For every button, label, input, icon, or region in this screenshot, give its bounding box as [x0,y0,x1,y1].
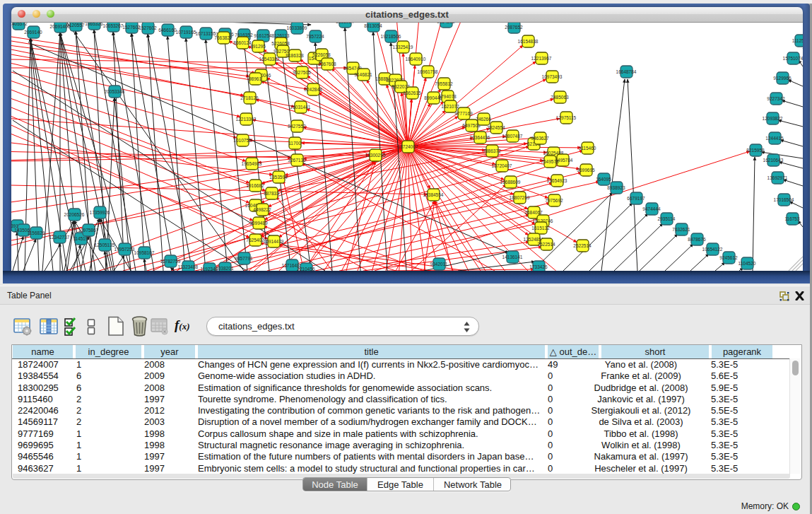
svg-text:2367608: 2367608 [318,62,336,66]
svg-text:1405572: 1405572 [11,23,28,26]
svg-text:8478676: 8478676 [688,237,706,242]
svg-text:6466160: 6466160 [158,28,177,33]
svg-text:9699695: 9699695 [577,168,595,173]
svg-text:1362615: 1362615 [403,90,421,95]
svg-text:17957253: 17957253 [114,247,135,252]
svg-text:16713155: 16713155 [196,31,216,36]
svg-text:20053346: 20053346 [105,89,125,94]
svg-text:18640910: 18640910 [406,57,426,62]
svg-text:9115460: 9115460 [579,146,596,151]
svg-text:9342011: 9342011 [430,262,448,267]
svg-text:11700: 11700 [288,141,301,146]
svg-text:2935114: 2935114 [658,216,676,221]
svg-text:10719165: 10719165 [176,30,196,35]
svg-text:1353594: 1353594 [269,175,288,180]
svg-text:746266: 746266 [476,117,491,122]
svg-text:8215958: 8215958 [746,148,765,153]
svg-text:8813054: 8813054 [336,23,354,24]
svg-text:8938923: 8938923 [607,185,625,190]
svg-text:3824554: 3824554 [487,125,505,130]
svg-text:2684067: 2684067 [524,210,543,215]
svg-text:2522514: 2522514 [573,243,592,248]
svg-text:17359926: 17359926 [90,210,110,215]
svg-text:9099489: 9099489 [249,221,268,226]
svg-text:18300295: 18300295 [365,153,386,158]
svg-text:1615132: 1615132 [531,226,550,230]
svg-text:114519: 114519 [73,236,88,241]
svg-text:16961758: 16961758 [418,69,438,74]
svg-text:887833: 887833 [264,191,279,196]
svg-text:12975115: 12975115 [556,115,577,120]
svg-text:1112544: 1112544 [792,38,803,43]
svg-text:12505135: 12505135 [95,243,115,247]
svg-text:98961: 98961 [249,76,261,81]
svg-text:15720407: 15720407 [492,163,512,168]
svg-text:3267130: 3267130 [288,158,306,163]
svg-text:16033809: 16033809 [287,25,307,30]
svg-text:20364436: 20364436 [470,135,490,140]
svg-text:10688609: 10688609 [500,180,521,185]
svg-text:9857791: 9857791 [235,256,253,261]
svg-text:16914479: 16914479 [264,239,284,244]
svg-text:7663822: 7663822 [214,35,233,40]
svg-text:7632621: 7632621 [672,227,690,232]
svg-text:8660124: 8660124 [233,40,252,45]
svg-text:7975692: 7975692 [545,198,563,203]
svg-text:1010752: 1010752 [233,138,252,143]
svg-text:18807269: 18807269 [510,195,530,200]
svg-text:9129966: 9129966 [773,76,792,81]
svg-text:1916682: 1916682 [246,183,264,188]
svg-text:10975867: 10975867 [78,228,99,233]
svg-text:7625402: 7625402 [246,238,264,243]
svg-text:13654923: 13654923 [547,178,567,183]
svg-text:12093822: 12093822 [763,116,783,121]
svg-text:2718126: 2718126 [240,95,259,100]
svg-text:10654122: 10654122 [702,247,723,252]
svg-text:16648784: 16648784 [616,69,637,74]
svg-text:10958107: 10958107 [134,250,155,255]
svg-text:17016504: 17016504 [774,197,794,202]
svg-text:12213303: 12213303 [236,117,257,122]
svg-text:10653267: 10653267 [103,23,124,28]
svg-text:1156829: 1156829 [28,230,45,235]
svg-text:9327505: 9327505 [293,70,311,75]
svg-text:9777169: 9777169 [454,111,473,116]
svg-text:13692971: 13692971 [767,175,788,180]
svg-text:15751074: 15751074 [783,56,803,61]
svg-text:1733426: 1733426 [529,264,548,269]
svg-text:891295: 891295 [250,44,266,49]
svg-text:6679197: 6679197 [627,196,645,201]
svg-text:8427552: 8427552 [288,124,306,129]
svg-text:19654983: 19654983 [242,161,262,166]
svg-text:19384554: 19384554 [423,192,444,197]
svg-text:1038201: 1038201 [216,266,234,271]
svg-text:9474444: 9474444 [642,206,661,211]
svg-text:5226058: 5226058 [312,52,331,57]
svg-text:9245612: 9245612 [719,255,738,260]
svg-text:6794078: 6794078 [438,94,457,99]
svg-text:12213967: 12213967 [531,56,552,61]
svg-text:16543382: 16543382 [259,57,280,62]
svg-text:1065326: 1065326 [85,23,103,26]
svg-text:19218506: 19218506 [381,34,401,39]
svg-text:7886372: 7886372 [483,148,501,153]
svg-text:4498222: 4498222 [253,207,271,212]
svg-text:2069140: 2069140 [24,30,42,35]
svg-text:26031441: 26031441 [290,105,311,110]
svg-text:116753: 116753 [784,216,800,221]
svg-text:1621072: 1621072 [441,104,459,109]
svg-text:164095: 164095 [596,177,611,182]
svg-text:16782759: 16782759 [160,259,181,264]
svg-text:9154202: 9154202 [437,23,455,24]
svg-text:2522514: 2522514 [537,242,555,247]
svg-text:14136141: 14136141 [502,255,523,259]
svg-text:9120557: 9120557 [66,23,85,28]
svg-text:16154838: 16154838 [518,39,539,44]
svg-text:18724007: 18724007 [398,144,418,149]
svg-text:10973493: 10973493 [542,74,563,79]
svg-text:2087652: 2087652 [505,25,523,30]
svg-text:12342737: 12342737 [49,235,70,240]
svg-text:1527602: 1527602 [139,25,157,30]
svg-text:1244415: 1244415 [765,136,784,141]
svg-text:1104520: 1104520 [739,261,756,266]
